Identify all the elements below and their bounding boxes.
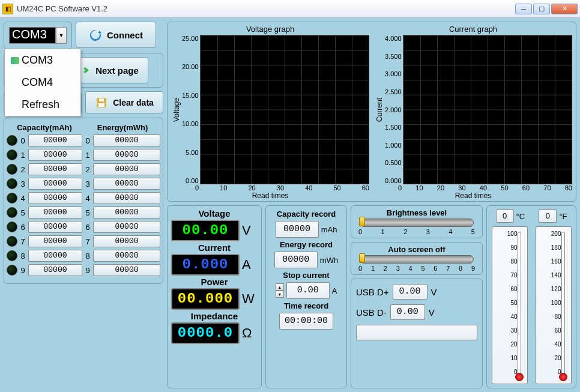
graph-title: Voltage graph	[171, 25, 369, 34]
slider-thumb[interactable]	[359, 217, 365, 226]
com-port-dropdown-button[interactable]: ▼	[56, 27, 67, 44]
x-axis-label: Read times	[374, 191, 572, 200]
stop-current-unit: A	[332, 286, 337, 295]
brightness-slider[interactable]	[360, 219, 474, 227]
x-ticks: 01020304050607080	[374, 184, 572, 191]
dropdown-item-label: COM3	[22, 54, 53, 67]
dropdown-item-com3[interactable]: COM3	[5, 49, 80, 71]
capacity-value: 00000	[28, 221, 82, 233]
brightness-panel: Brightness level 012345	[351, 205, 483, 238]
capacity-record-label: Capacity record	[270, 210, 343, 219]
y-axis-label: Voltage	[171, 35, 182, 184]
group-led	[7, 222, 17, 232]
group-led	[7, 265, 17, 276]
y-ticks: 4.0003.5003.0002.5002.0001.5001.0000.500…	[385, 35, 403, 184]
port-icon	[11, 57, 19, 64]
x-ticks: 0102030405060	[171, 184, 369, 191]
group-index: 0	[85, 136, 91, 145]
stop-current-spinner[interactable]: ▲▼	[276, 283, 284, 298]
capacity-value: 00000	[28, 149, 82, 161]
records-panel: Capacity record 00000mAh Energy record 0…	[265, 205, 347, 388]
stop-current-value[interactable]: 0.00	[286, 282, 330, 299]
dropdown-item-label: Refresh	[22, 98, 59, 111]
auto-off-label: Auto screen off	[356, 245, 477, 254]
group-index: 8	[85, 252, 91, 261]
current-label: Current	[171, 243, 258, 253]
usb-dminus-value: 0.00	[390, 304, 425, 320]
energy-value: 00000	[93, 250, 160, 262]
voltage-unit: V	[242, 223, 258, 238]
temp-c-unit: °C	[516, 212, 525, 221]
thermometer-c: 1009080706050403020100	[492, 226, 528, 384]
impedance-unit: Ω	[242, 325, 258, 341]
usb-status-display	[356, 325, 477, 340]
group-index: 5	[85, 208, 91, 217]
energy-record-label: Energy record	[270, 240, 343, 249]
group-index: 6	[85, 223, 91, 232]
com-port-selector: COM3 ▼ COM3 COM4 Refresh	[4, 22, 72, 49]
clear-data-label: Clear data	[113, 98, 154, 107]
power-label: Power	[171, 277, 258, 287]
time-record-label: Time record	[270, 301, 343, 310]
blank-icon	[11, 79, 19, 86]
capacity-value: 00000	[28, 178, 82, 190]
power-unit: W	[242, 291, 258, 307]
close-button[interactable]: ✕	[551, 4, 578, 14]
group-index: 9	[85, 266, 91, 275]
dropdown-item-com4[interactable]: COM4	[5, 71, 80, 94]
capacity-value: 00000	[28, 207, 82, 219]
graphs-panel: Voltage graph Voltage 25.0020.0015.0010.…	[167, 22, 576, 202]
brightness-ticks: 012345	[356, 227, 477, 238]
energy-value: 00000	[93, 134, 160, 146]
capacity-header: Capacity(mAh)	[7, 123, 82, 132]
slider-thumb[interactable]	[359, 253, 365, 263]
maximize-button[interactable]: ▢	[533, 4, 550, 14]
group-led	[7, 207, 17, 218]
capacity-record-unit: mAh	[321, 225, 337, 234]
usb-dplus-value: 0.00	[393, 284, 427, 300]
spin-down-button[interactable]: ▼	[276, 291, 284, 298]
blank-icon	[11, 101, 19, 109]
temperature-panel: 0°C 0°F 1009080706050403020100 200180160…	[486, 205, 576, 388]
group-led	[7, 178, 17, 189]
auto-off-ticks: 0123456789	[356, 264, 477, 274]
group-index: 1	[85, 151, 91, 160]
current-graph: Current graph Current 4.0003.5003.0002.5…	[374, 25, 572, 200]
group-index: 9	[20, 266, 26, 275]
voltage-display: 00.00	[171, 220, 240, 241]
svg-rect-4	[99, 98, 104, 101]
thermometer-f: 200180160140120100806040200	[536, 226, 572, 384]
usb-panel: USB D+0.00V USB D-0.00V	[351, 279, 483, 388]
spin-up-button[interactable]: ▲	[276, 283, 284, 291]
capacity-value: 00000	[28, 235, 82, 247]
capacity-value: 00000	[28, 250, 82, 262]
temp-c-value: 0	[496, 210, 514, 223]
thermo-tube	[518, 232, 521, 376]
impedance-label: Impedance	[171, 311, 258, 321]
group-index: 2	[20, 165, 26, 174]
com-port-input[interactable]: COM3	[9, 27, 56, 44]
energy-value: 00000	[93, 221, 160, 233]
clear-data-button[interactable]: Clear data	[85, 91, 163, 114]
plot-area	[403, 35, 572, 184]
current-display: 0.000	[171, 254, 240, 276]
group-index: 3	[20, 179, 26, 188]
capacity-value: 00000	[28, 134, 82, 146]
energy-value: 00000	[93, 264, 160, 276]
thermo-bulb	[559, 373, 567, 381]
voltage-graph: Voltage graph Voltage 25.0020.0015.0010.…	[171, 25, 369, 200]
brightness-label: Brightness level	[356, 208, 477, 217]
group-led	[7, 193, 17, 204]
group-led	[7, 135, 17, 146]
group-index: 1	[20, 151, 26, 160]
group-index: 3	[85, 179, 91, 188]
window-title: UM24C PC Software V1.2	[17, 4, 515, 13]
plot-area	[200, 35, 369, 184]
connect-button[interactable]: Connect	[76, 22, 156, 48]
energy-value: 00000	[93, 178, 160, 190]
capacity-value: 00000	[28, 192, 82, 204]
auto-off-slider[interactable]	[360, 255, 474, 264]
data-groups-panel: Capacity(mAh) 00000010000020000030000040…	[4, 118, 163, 284]
minimize-button[interactable]: ─	[515, 4, 532, 14]
dropdown-item-refresh[interactable]: Refresh	[5, 94, 80, 116]
